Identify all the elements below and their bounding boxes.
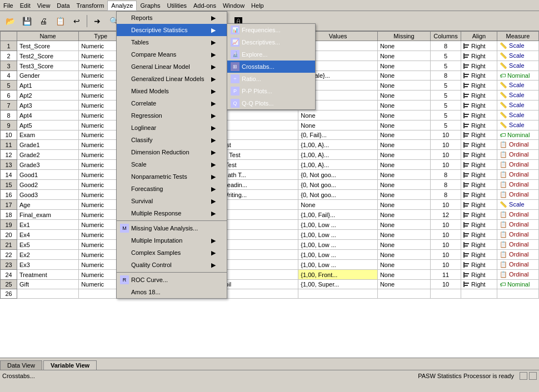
menu-analyze[interactable]: Analyze xyxy=(107,1,137,11)
cell-missing[interactable]: None xyxy=(377,91,430,100)
cell-name[interactable]: Test_Score xyxy=(17,41,79,51)
cell-missing[interactable]: None xyxy=(377,180,430,190)
cell-align[interactable]: Right xyxy=(461,190,497,200)
cell-missing[interactable]: None xyxy=(377,250,430,260)
submenu-qq-plots[interactable]: Q Q-Q Plots... xyxy=(227,97,315,109)
cell-values[interactable]: {1,00, Low ... xyxy=(298,230,378,240)
cell-columns[interactable]: 10 xyxy=(431,260,461,270)
cell-align[interactable]: Right xyxy=(461,61,497,71)
cell-align[interactable]: Right xyxy=(461,150,497,160)
cell-missing[interactable]: None xyxy=(377,190,430,200)
cell-align[interactable] xyxy=(461,289,497,299)
cell-name[interactable]: Ex3 xyxy=(17,260,79,270)
cell-missing[interactable]: None xyxy=(377,41,430,51)
cell-values[interactable] xyxy=(298,289,378,299)
menu-survival[interactable]: Survival ▶ xyxy=(117,195,227,207)
col-missing[interactable]: Missing xyxy=(377,32,430,41)
cell-align[interactable]: Right xyxy=(461,140,497,150)
menu-descriptive-stats[interactable]: Descriptive Statistics ▶ 📊 Frequencies..… xyxy=(117,24,227,36)
cell-values[interactable]: {1,00, Low ... xyxy=(298,220,378,230)
cell-name[interactable] xyxy=(17,289,79,299)
cell-columns[interactable]: 10 xyxy=(431,160,461,170)
cell-name[interactable]: Grade1 xyxy=(17,140,79,150)
menu-mixed[interactable]: Mixed Models ▶ xyxy=(117,85,227,97)
menu-multiple-response[interactable]: Multiple Response ▶ xyxy=(117,207,227,219)
cell-align[interactable]: Right xyxy=(461,160,497,170)
cell-measure[interactable]: 📏 Scale xyxy=(497,51,539,61)
cell-columns[interactable]: 10 xyxy=(431,250,461,260)
col-columns[interactable]: Columns xyxy=(431,32,461,41)
menu-loglinear[interactable]: Loglinear ▶ xyxy=(117,122,227,134)
menu-file[interactable]: File xyxy=(0,1,17,10)
cell-values[interactable]: {1,00, A}... xyxy=(298,160,378,170)
open-btn[interactable]: 📂 xyxy=(2,13,18,29)
menu-roc-curve[interactable]: R ROC Curve... xyxy=(117,274,227,286)
menu-transform[interactable]: Transform xyxy=(73,1,108,10)
cell-values[interactable]: {0, Not goo... xyxy=(298,190,378,200)
cell-missing[interactable]: None xyxy=(377,150,430,160)
cell-name[interactable]: Apt4 xyxy=(17,110,79,120)
cell-name[interactable]: Ex2 xyxy=(17,250,79,260)
cell-values[interactable]: {0, Not goo... xyxy=(298,170,378,180)
submenu-descriptives[interactable]: 📈 Descriptives... xyxy=(227,36,315,48)
menu-window[interactable]: Window xyxy=(219,1,248,10)
submenu-pp-plots[interactable]: P P-P Plots... xyxy=(227,85,315,97)
cell-name[interactable]: Gender xyxy=(17,71,79,81)
menu-gen-linear[interactable]: Generalized Linear Models ▶ xyxy=(117,73,227,85)
cell-align[interactable]: Right xyxy=(461,120,497,130)
menu-glm[interactable]: General Linear Model ▶ xyxy=(117,61,227,73)
cell-values[interactable]: {1,00, Low ... xyxy=(298,260,378,270)
cell-columns[interactable]: 10 xyxy=(431,280,461,289)
cell-align[interactable]: Right xyxy=(461,51,497,61)
cell-name[interactable]: Apt3 xyxy=(17,100,79,110)
menu-correlate[interactable]: Correlate ▶ xyxy=(117,97,227,109)
cell-align[interactable]: Right xyxy=(461,260,497,270)
goto-btn[interactable]: ➜ xyxy=(89,13,105,29)
cell-missing[interactable]: None xyxy=(377,160,430,170)
cell-columns[interactable]: 5 xyxy=(431,61,461,71)
cell-missing[interactable]: None xyxy=(377,270,430,280)
cell-missing[interactable]: None xyxy=(377,120,430,130)
cell-columns[interactable]: 11 xyxy=(431,270,461,280)
cell-align[interactable]: Right xyxy=(461,230,497,240)
cell-missing[interactable]: None xyxy=(377,230,430,240)
cell-values[interactable]: {1,00, Fail}... xyxy=(298,210,378,220)
col-measure[interactable]: Measure xyxy=(497,32,539,41)
cell-measure[interactable]: 📋 Ordinal xyxy=(497,160,539,170)
cell-values[interactable]: None xyxy=(298,110,378,120)
menu-classify[interactable]: Classify ▶ xyxy=(117,134,227,146)
cell-measure[interactable]: 📋 Ordinal xyxy=(497,180,539,190)
cell-measure[interactable]: 🏷 Nominal xyxy=(497,130,539,140)
cell-missing[interactable]: None xyxy=(377,61,430,71)
cell-measure[interactable]: 📏 Scale xyxy=(497,200,539,210)
cell-columns[interactable] xyxy=(431,289,461,299)
cell-measure[interactable]: 📋 Ordinal xyxy=(497,210,539,220)
cell-missing[interactable]: None xyxy=(377,140,430,150)
menu-view[interactable]: View xyxy=(34,1,54,10)
cell-measure[interactable]: 📋 Ordinal xyxy=(497,150,539,160)
cell-align[interactable]: Right xyxy=(461,220,497,230)
cell-align[interactable]: Right xyxy=(461,71,497,81)
cell-measure[interactable]: 📏 Scale xyxy=(497,120,539,130)
cell-columns[interactable]: 10 xyxy=(431,130,461,140)
cell-measure[interactable]: 🏷 Nominal xyxy=(497,71,539,81)
cell-measure[interactable]: 📋 Ordinal xyxy=(497,260,539,270)
cell-measure[interactable] xyxy=(497,289,539,299)
menu-data[interactable]: Data xyxy=(53,1,73,10)
cell-columns[interactable]: 5 xyxy=(431,120,461,130)
cell-columns[interactable]: 5 xyxy=(431,110,461,120)
cell-name[interactable]: Grade3 xyxy=(17,160,79,170)
cell-name[interactable]: Gift xyxy=(17,280,79,289)
cell-name[interactable]: Good2 xyxy=(17,180,79,190)
save-btn[interactable]: 💾 xyxy=(19,13,34,29)
cell-align[interactable]: Right xyxy=(461,240,497,250)
cell-measure[interactable]: 📋 Ordinal xyxy=(497,190,539,200)
cell-columns[interactable]: 5 xyxy=(431,81,461,91)
cell-measure[interactable]: 📋 Ordinal xyxy=(497,220,539,230)
submenu-explore[interactable]: 🔬 Explore... xyxy=(227,48,315,61)
cell-columns[interactable]: 8 xyxy=(431,170,461,180)
submenu-frequencies[interactable]: 📊 Frequencies... xyxy=(227,24,315,36)
cell-name[interactable]: Age xyxy=(17,200,79,210)
cell-name[interactable]: Good3 xyxy=(17,190,79,200)
cell-align[interactable]: Right xyxy=(461,170,497,180)
